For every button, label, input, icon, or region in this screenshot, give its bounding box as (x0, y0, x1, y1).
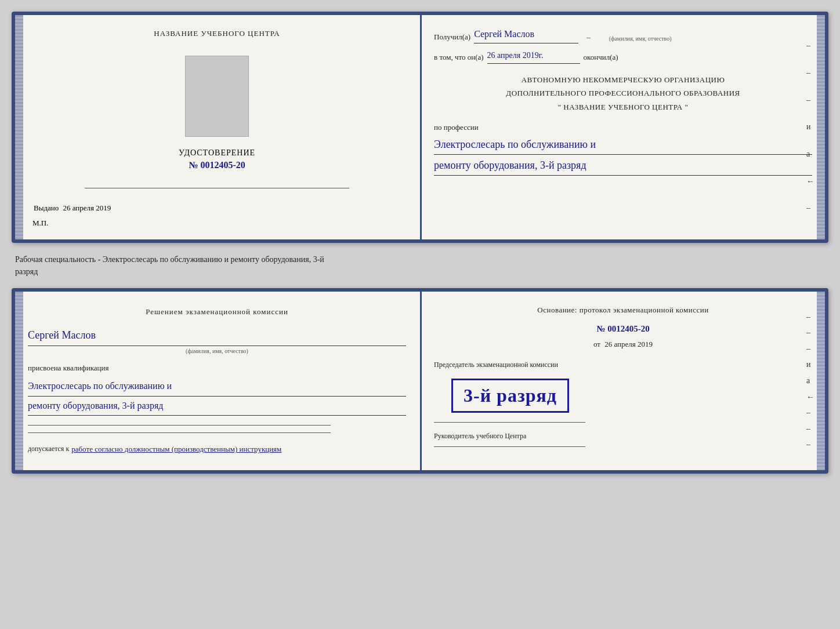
udostoverenie-block: УДОСТОВЕРЕНИЕ № 0012405-20 (179, 148, 255, 170)
between-line2: разряд (15, 266, 825, 278)
qualification-line1: Электрослесарь по обслуживанию и (28, 378, 406, 397)
card2-right-panel: Основание: протокол экзаменационной коми… (420, 292, 825, 470)
signature-lines-block (28, 425, 406, 433)
between-cards-text: Рабочая специальность - Электрослесарь п… (12, 253, 828, 278)
right-sig-line-2 (434, 446, 585, 447)
card1-right-panel: Получил(а) Сергей Маслов – (фамилия, имя… (420, 15, 825, 239)
reshenie-title: Решением экзаменационной комиссии (28, 306, 406, 318)
between-line1: Рабочая специальность - Электрослесарь п… (15, 253, 825, 266)
right-margin-dashes-2: – – – и а ← – – – (806, 292, 814, 470)
ot-date-value: 26 апреля 2019 (604, 340, 653, 348)
protocol-number: № 0012405-20 (434, 324, 812, 334)
fio-note-2: (фамилия, имя, отчество) (28, 346, 406, 356)
signature-line (85, 188, 349, 188)
profession-block: по профессии Электрослесарь по обслужива… (434, 122, 812, 175)
dopuskaetsya-line: допускается к работе согласно должностны… (28, 443, 406, 455)
sig-line-2 (28, 432, 331, 433)
vydano-line: Выдано 26 апреля 2019 (28, 203, 406, 213)
ot-label: от (593, 340, 600, 348)
stamp-block: 3-й разряд (434, 375, 812, 416)
prisvoena-line: присвоена квалификация (28, 362, 406, 375)
photo-placeholder (185, 56, 249, 137)
predsed-label: Председатель экзаменационной комиссии (434, 361, 812, 369)
profession-line2: ремонту оборудования, 3-й разряд (434, 157, 812, 176)
poluchil-label: Получил(а) (434, 31, 470, 43)
org-line3: " НАЗВАНИЕ УЧЕБНОГО ЦЕНТРА " (558, 103, 689, 111)
right-spine-decoration-2 (817, 292, 825, 470)
dash1: – (586, 31, 591, 43)
qualification-line2: ремонту оборудования, 3-й разряд (28, 398, 406, 416)
vtom-line: в том, что он(а) 26 апреля 2019г. окончи… (434, 49, 812, 64)
udostoverenie-label: УДОСТОВЕРЕНИЕ (179, 148, 255, 158)
vtom-label: в том, что он(а) (434, 52, 484, 64)
po-professii-label: по профессии (434, 123, 479, 132)
vydano-label: Выдано (34, 203, 59, 212)
stamp-box: 3-й разряд (451, 379, 569, 413)
card2-left-panel: Решением экзаменационной комиссии Сергей… (15, 292, 420, 470)
person-name: Сергей Маслов (28, 326, 406, 346)
sig-line-1 (28, 425, 331, 426)
card1-left-panel: НАЗВАНИЕ УЧЕБНОГО ЦЕНТРА УДОСТОВЕРЕНИЕ №… (15, 15, 420, 239)
dopuskaetsya-label: допускается к (28, 443, 69, 454)
poluchil-line: Получил(а) Сергей Маслов – (фамилия, имя… (434, 27, 812, 43)
vtom-date: 26 апреля 2019г. (487, 49, 580, 64)
mp-label: М.П. (28, 219, 48, 228)
org-line2: ДОПОЛНИТЕЛЬНОГО ПРОФЕССИОНАЛЬНОГО ОБРАЗО… (506, 89, 740, 97)
predsed-label-text: Председатель экзаменационной комиссии (434, 361, 558, 369)
rukovod-label-text: Руководитель учебного Центра (434, 432, 526, 440)
udostoverenie-number: № 0012405-20 (189, 160, 245, 170)
right-spine-decoration (817, 15, 825, 239)
right-sig-line-1 (434, 422, 585, 423)
certificate-card-1: НАЗВАНИЕ УЧЕБНОГО ЦЕНТРА УДОСТОВЕРЕНИЕ №… (12, 12, 828, 243)
org-line1: АВТОНОМНУЮ НЕКОММЕРЧЕСКУЮ ОРГАНИЗАЦИЮ (522, 75, 725, 84)
center-title: НАЗВАНИЕ УЧЕБНОГО ЦЕНТРА (154, 29, 280, 38)
name-block: Сергей Маслов (фамилия, имя, отчество) (28, 326, 406, 356)
org-block: АВТОНОМНУЮ НЕКОММЕРЧЕСКУЮ ОРГАНИЗАЦИЮ ДО… (434, 73, 812, 114)
osnovanie-title: Основание: протокол экзаменационной коми… (434, 306, 812, 315)
profession-line1: Электрослесарь по обслуживанию и (434, 136, 812, 155)
fio-note: (фамилия, имя, отчество) (609, 34, 672, 43)
ot-date: от 26 апреля 2019 (434, 340, 812, 349)
vydano-date: 26 апреля 2019 (63, 203, 111, 212)
poluchil-name: Сергей Маслов (474, 27, 578, 43)
right-margin-dashes: – – – и а ← – (806, 15, 814, 239)
rukovod-label: Руководитель учебного Центра (434, 432, 812, 441)
stamp-text: 3-й разряд (464, 385, 557, 406)
okonchil-label: окончил(а) (584, 52, 618, 64)
dopuskaetsya-text: работе согласно должностным (производств… (71, 443, 281, 455)
certificate-card-2: Решением экзаменационной комиссии Сергей… (12, 288, 828, 474)
